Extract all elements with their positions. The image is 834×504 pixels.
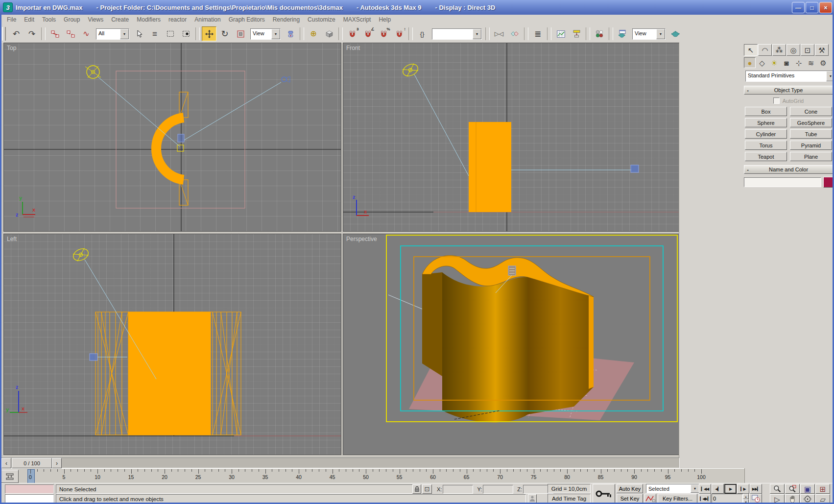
motion-tab[interactable]: ◎ xyxy=(786,44,800,56)
front-viewport-canvas[interactable] xyxy=(343,43,679,231)
auto-key-button[interactable]: Auto Key xyxy=(617,484,643,493)
maxscript-mini-listener-pink[interactable] xyxy=(5,484,54,494)
prompt-status-button[interactable] xyxy=(528,494,537,503)
omni-light-gizmo[interactable] xyxy=(71,246,90,263)
spinner-snap-button[interactable]: ↕ xyxy=(392,26,406,41)
viewport-left[interactable]: Left xyxy=(4,234,341,455)
extruded-shape-front[interactable] xyxy=(469,122,511,212)
track-bar[interactable]: 0510152025303540455055606570758085909510… xyxy=(0,468,744,484)
redo-button[interactable]: ↷ xyxy=(24,26,39,41)
schematic-view-button[interactable] xyxy=(569,26,584,41)
collapse-icon[interactable]: - xyxy=(744,87,751,93)
systems-category[interactable]: ⚙ xyxy=(817,57,829,68)
zoom-button[interactable] xyxy=(770,484,785,494)
shapes-category[interactable]: ◇ xyxy=(756,57,768,68)
utilities-tab[interactable]: ⚒ xyxy=(815,44,829,56)
cameras-category[interactable]: ◙ xyxy=(781,57,792,68)
frame-spinner[interactable]: ▴▾ xyxy=(743,494,749,504)
menu-item-reactor[interactable]: reactor xyxy=(165,16,191,23)
select-and-move-button[interactable] xyxy=(202,26,216,41)
autogrid-checkbox[interactable] xyxy=(773,97,780,104)
undo-button[interactable]: ↶ xyxy=(9,26,24,41)
render-type-dropdown[interactable]: View▾ xyxy=(632,28,666,40)
time-slider-handle[interactable]: 0 / 100 xyxy=(12,458,52,468)
selection-lock-toggle[interactable] xyxy=(412,484,421,494)
percent-snap-button[interactable]: % xyxy=(376,26,391,41)
primitive-sphere-button[interactable]: Sphere xyxy=(745,118,787,127)
menu-item-create[interactable]: Create xyxy=(107,16,133,23)
set-keys-button[interactable] xyxy=(593,484,615,503)
viewport-perspective[interactable]: Perspective xyxy=(343,234,679,455)
angle-snap-button[interactable]: ∠ xyxy=(360,26,375,41)
named-selection-dropdown[interactable]: ▾ xyxy=(432,28,482,40)
name-color-rollout-header[interactable]: - Name and Color xyxy=(744,165,833,174)
omni-light-gizmo[interactable] xyxy=(85,66,101,78)
add-time-tag[interactable]: Add Time Tag xyxy=(548,494,591,503)
camera-gizmo[interactable] xyxy=(90,354,97,360)
modify-tab[interactable]: ◠ xyxy=(758,44,772,56)
subcategory-dropdown[interactable]: Standard Primitives ▾ xyxy=(745,71,834,82)
display-tab[interactable]: ⊡ xyxy=(801,44,814,56)
select-by-name-button[interactable]: ≡ xyxy=(147,26,162,41)
go-to-end-button[interactable]: ▶▶▎ xyxy=(750,484,762,494)
snaps-toggle-button[interactable]: 3 xyxy=(345,26,359,41)
chevron-down-icon[interactable]: ▾ xyxy=(120,29,129,39)
menu-item-group[interactable]: Group xyxy=(60,16,84,23)
perspective-viewport-canvas[interactable] xyxy=(343,234,679,455)
select-and-manipulate-button[interactable]: ⊕ xyxy=(306,26,321,41)
time-slider-track[interactable] xyxy=(0,457,680,468)
go-to-start-button[interactable]: ▎◀◀ xyxy=(699,484,711,494)
extruded-spline-shape[interactable] xyxy=(156,92,188,205)
hierarchy-tab[interactable]: ⁂ xyxy=(772,44,786,56)
chevron-down-icon[interactable]: ▾ xyxy=(826,71,834,81)
chevron-down-icon[interactable]: ▾ xyxy=(691,484,699,493)
bind-to-space-warp-button[interactable]: ∿ xyxy=(79,26,94,41)
maximize-button[interactable]: □ xyxy=(806,2,818,13)
primitive-box-button[interactable]: Box xyxy=(745,107,787,116)
set-key-button[interactable]: Set Key xyxy=(617,494,643,503)
next-frame-button[interactable]: ▎▶ xyxy=(737,484,749,494)
key-filters-button[interactable]: Key Filters... xyxy=(658,494,697,503)
menu-item-rendering[interactable]: Rendering xyxy=(269,16,304,23)
camera-gizmo[interactable] xyxy=(282,76,290,82)
previous-frame-arrow[interactable]: ‹ xyxy=(1,458,11,468)
select-and-link-button[interactable] xyxy=(48,26,62,41)
geometry-category[interactable]: ● xyxy=(744,57,756,68)
menu-item-customize[interactable]: Customize xyxy=(304,16,339,23)
zoom-extents-button[interactable]: ▣ xyxy=(800,484,815,494)
object-type-rollout-header[interactable]: - Object Type xyxy=(744,86,833,95)
viewport-top[interactable]: Top y z x xyxy=(4,43,341,231)
spinner-up-icon[interactable]: ▴ xyxy=(743,494,749,499)
track-bar-ruler[interactable]: 0510152025303540455055606570758085909510… xyxy=(20,469,744,483)
render-scene-button[interactable] xyxy=(615,26,630,41)
collapse-icon[interactable]: - xyxy=(744,167,751,172)
absolute-offset-toggle[interactable]: ⊡ xyxy=(422,484,432,494)
helpers-category[interactable]: ⊹ xyxy=(793,57,805,68)
window-crossing-button[interactable] xyxy=(179,26,193,41)
material-editor-button[interactable] xyxy=(592,26,607,41)
primitive-torus-button[interactable]: Torus xyxy=(745,141,787,150)
arc-rotate-button[interactable] xyxy=(800,494,815,504)
primitive-tube-button[interactable]: Tube xyxy=(790,129,832,139)
lights-category[interactable]: ☀ xyxy=(768,57,780,68)
chevron-down-icon[interactable]: ▾ xyxy=(656,29,665,39)
top-viewport-canvas[interactable] xyxy=(4,43,341,231)
use-pivot-point-center-button[interactable] xyxy=(283,26,298,41)
rectangular-selection-region-button[interactable] xyxy=(163,26,178,41)
coord-field-y[interactable] xyxy=(483,485,513,494)
fov-zoom-region-button[interactable]: ▷ xyxy=(770,494,785,504)
zoom-all-button[interactable] xyxy=(785,484,800,494)
menu-item-animation[interactable]: Animation xyxy=(191,16,224,23)
camera-gizmo[interactable] xyxy=(631,165,639,172)
quick-render-button[interactable] xyxy=(668,26,683,41)
primitive-cone-button[interactable]: Cone xyxy=(790,107,832,116)
object-color-swatch[interactable] xyxy=(823,177,833,188)
camera-target-gizmo[interactable] xyxy=(178,134,184,142)
select-and-scale-button[interactable] xyxy=(233,26,248,41)
current-frame-field[interactable] xyxy=(712,494,743,503)
align-button[interactable] xyxy=(507,26,522,41)
menu-item-help[interactable]: Help xyxy=(375,16,395,23)
chevron-down-icon[interactable]: ▾ xyxy=(271,29,280,39)
toolbar-drag-handle[interactable] xyxy=(2,27,6,41)
primitive-pyramid-button[interactable]: Pyramid xyxy=(790,141,832,150)
